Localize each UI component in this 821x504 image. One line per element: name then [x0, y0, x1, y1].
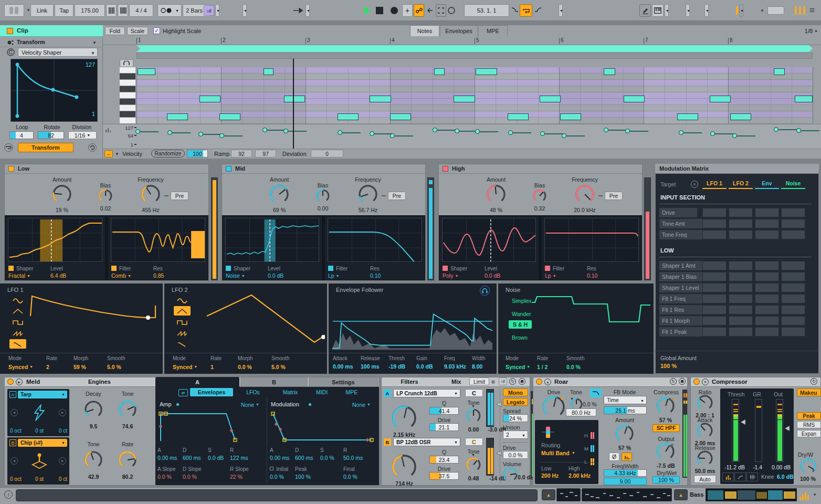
filter-freq-value[interactable]: 714 Hz: [387, 480, 421, 487]
ratio-knob[interactable]: [696, 394, 714, 412]
midi-note[interactable]: [476, 68, 497, 75]
frequency-knob[interactable]: [357, 184, 378, 205]
midi-note[interactable]: [730, 113, 751, 120]
makeup-button[interactable]: Makeu: [797, 388, 821, 396]
transform-redo-icon[interactable]: [88, 143, 97, 152]
roar-drive-knob[interactable]: [542, 395, 566, 419]
matrix-cell[interactable]: [702, 283, 727, 292]
mono-button[interactable]: Mono: [503, 388, 528, 396]
spread-field[interactable]: 24 %: [503, 414, 528, 422]
division-selector[interactable]: 1/16▼: [68, 131, 97, 139]
velocity-marker[interactable]: [679, 130, 683, 135]
piano-key[interactable]: [120, 74, 135, 80]
fold-button[interactable]: Fold: [105, 27, 125, 35]
status-input[interactable]: [16, 489, 538, 501]
env-row2-value[interactable]: 0.0 %: [270, 474, 296, 480]
engine-knob[interactable]: [118, 400, 138, 419]
filter-freq-knob[interactable]: [391, 454, 417, 480]
square-wave-icon[interactable]: [174, 317, 191, 327]
matrix-cell[interactable]: [781, 272, 805, 281]
sine-wave-icon[interactable]: [174, 295, 191, 304]
midi-note[interactable]: [774, 68, 785, 75]
engine-st[interactable]: 0 st: [31, 428, 47, 434]
mix-level-handle[interactable]: [496, 450, 502, 456]
link-button[interactable]: Link: [30, 4, 54, 17]
output-value[interactable]: -7.5 dB: [651, 463, 680, 469]
band-shaper-activator[interactable]: [226, 266, 231, 271]
drywet-field[interactable]: 100 %: [652, 476, 680, 484]
24[interactable]: ▼: [559, 4, 563, 17]
scrub-area[interactable]: [136, 52, 813, 59]
velocity-shaper-graph[interactable]: 1271: [10, 59, 98, 122]
matrix-cell[interactable]: [729, 283, 753, 292]
shaper-type-selector[interactable]: Noise▼: [226, 272, 262, 279]
band-filter-activator[interactable]: [111, 266, 117, 271]
shaper-type-selector[interactable]: Poly▼: [443, 272, 479, 279]
band-filter-activator[interactable]: [545, 266, 550, 271]
env-row2-value[interactable]: 0.0 %: [183, 474, 209, 480]
pre-button[interactable]: Pre: [388, 192, 406, 200]
amount-knob[interactable]: [51, 184, 72, 205]
engine-oct[interactable]: 0 oct: [10, 476, 28, 482]
filter-type-selector[interactable]: Lp▼: [545, 272, 582, 279]
punch-in-icon[interactable]: [511, 6, 519, 15]
midi-note[interactable]: [390, 113, 411, 120]
pre-button[interactable]: Pre: [605, 192, 623, 200]
info-icon[interactable]: i: [4, 490, 13, 499]
sine-wave-icon[interactable]: [9, 295, 26, 304]
bias-knob[interactable]: [532, 188, 548, 204]
transform-section-header[interactable]: Transform▼: [0, 38, 103, 47]
midi-note[interactable]: [199, 96, 220, 102]
output-knob[interactable]: [656, 442, 676, 461]
velocity-marker[interactable]: [433, 128, 437, 132]
matrix-cell[interactable]: [781, 305, 805, 314]
velocity-marker[interactable]: [390, 133, 395, 138]
fb-phase-button[interactable]: Ø: [609, 453, 619, 461]
roar-tone-value[interactable]: 0.0 %: [583, 401, 602, 407]
attack-knob[interactable]: [696, 422, 714, 439]
midi-note[interactable]: [540, 96, 561, 102]
piano-key[interactable]: [120, 105, 135, 111]
clip-overview-1[interactable]: [556, 488, 581, 501]
matrix-cell[interactable]: [781, 230, 805, 239]
matrix-cell[interactable]: [755, 208, 779, 217]
matrix-cell[interactable]: [729, 261, 753, 270]
scale-fold-button[interactable]: Scale: [127, 27, 148, 35]
rotate-field[interactable]: 82: [38, 131, 64, 139]
matrix-source-2[interactable]: LFO 2: [729, 180, 753, 186]
midi-arrangement-overdub-icon[interactable]: [414, 4, 424, 17]
new-midi-track-icon[interactable]: +: [402, 4, 413, 17]
piano-key[interactable]: [120, 67, 135, 74]
lfo-morph-value[interactable]: 0.0 %: [238, 363, 275, 370]
compress-value[interactable]: 57 %: [653, 417, 678, 423]
matrix-cell[interactable]: [781, 327, 805, 337]
velocity-marker[interactable]: [625, 129, 630, 133]
release-knob[interactable]: [696, 449, 714, 467]
24[interactable]: ▼: [665, 4, 669, 17]
env-row2-value[interactable]: 100 %: [295, 474, 321, 480]
matrix-source-4[interactable]: Noise: [781, 180, 805, 186]
env-adsr-value[interactable]: 50.0 ms: [343, 455, 370, 461]
preset-cycle-icon[interactable]: [7, 48, 15, 56]
24[interactable]: ▼: [704, 4, 709, 17]
highlight-scale-checkbox[interactable]: ✓: [153, 27, 160, 34]
output-meter-icon[interactable]: [799, 489, 811, 500]
matrix-cell[interactable]: [755, 316, 779, 326]
out-value[interactable]: 0.00 dB: [772, 464, 799, 470]
pre-button[interactable]: Pre: [171, 192, 188, 200]
band-shaper-activator[interactable]: [8, 266, 14, 271]
velocity-lane[interactable]: [103, 124, 821, 149]
env-adsr-value[interactable]: 0.00 ms: [270, 455, 296, 461]
randomize-amount-field[interactable]: 100: [187, 150, 208, 158]
matrix-cell[interactable]: [755, 327, 779, 337]
midi-note[interactable]: [508, 113, 529, 120]
fb-width-field[interactable]: 9.00: [604, 478, 647, 485]
beat-ruler[interactable]: [103, 37, 821, 45]
matrix-cell[interactable]: [781, 261, 805, 270]
filter-freq-knob[interactable]: [391, 405, 417, 431]
lane-collapse-button[interactable]: ←: [104, 150, 113, 158]
band-header[interactable]: Low: [4, 164, 209, 174]
expand-clip-view-button[interactable]: ▲: [542, 489, 555, 500]
env-param-value[interactable]: 0.00 ms: [333, 363, 362, 370]
loop-start-display[interactable]: 53. 1. 1: [464, 4, 509, 17]
